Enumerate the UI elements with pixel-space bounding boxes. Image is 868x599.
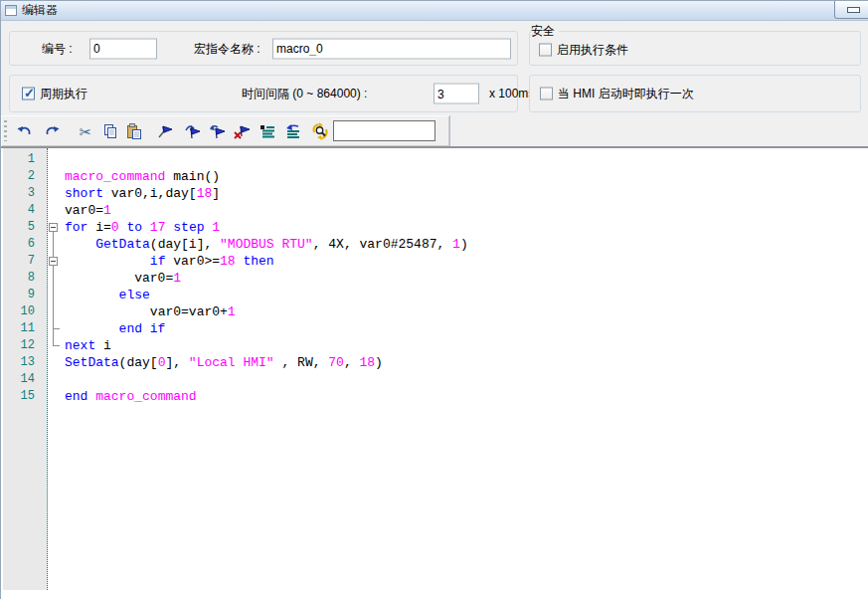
code-row: 3short var0,i,day[18]	[3, 185, 868, 202]
fold-margin[interactable]	[42, 219, 65, 236]
titlebar: 编辑器	[1, 1, 868, 21]
fold-margin	[42, 168, 65, 185]
code-row: 5for i=0 to 17 step 1	[3, 219, 868, 236]
window-restore-button[interactable]	[834, 1, 868, 19]
toolbar: ✂	[1, 115, 868, 147]
code-row: 11 end if	[3, 320, 868, 337]
code-editor[interactable]: 12macro_command main()3short var0,i,day[…	[1, 147, 868, 599]
window-icon	[5, 5, 17, 16]
cut-button[interactable]: ✂	[77, 122, 94, 140]
code-line: var0=1	[65, 202, 111, 219]
macro-name-label: 宏指令名称 :	[194, 40, 260, 57]
toggle-bookmark-icon	[157, 123, 174, 140]
code-row: 1	[3, 151, 868, 168]
line-number: 14	[3, 371, 42, 388]
macro-id-group: 编号 : 宏指令名称 :	[9, 31, 518, 66]
redo-button[interactable]	[43, 122, 61, 140]
line-number: 4	[3, 202, 42, 219]
enable-condition-label: 启用执行条件	[557, 41, 628, 58]
cut-icon: ✂	[80, 124, 92, 139]
return-to-line-button[interactable]	[283, 122, 301, 140]
code-line: var0=var0+1	[65, 303, 236, 320]
code-row: 10 var0=var0+1	[3, 303, 868, 320]
periodic-checkbox[interactable]	[22, 88, 35, 100]
macro-name-input[interactable]	[272, 38, 511, 59]
code-line: end if	[65, 320, 165, 337]
code-line: macro_command main()	[65, 168, 220, 185]
line-number: 10	[3, 303, 42, 320]
fold-margin	[42, 202, 65, 219]
periodic-label: 周期执行	[40, 86, 87, 102]
restore-icon	[847, 7, 860, 13]
interval-unit-label: x 100ms	[489, 87, 534, 100]
line-number: 15	[3, 388, 42, 405]
code-row: 15end macro_command	[3, 388, 868, 405]
periodic-group: 周期执行 时间间隔 (0 ~ 864000) : x 100ms	[9, 75, 518, 112]
code-line: for i=0 to 17 step 1	[65, 219, 220, 236]
goto-line-icon	[260, 123, 276, 140]
fold-margin	[42, 236, 65, 253]
code-line: next i	[65, 337, 111, 354]
line-number: 5	[3, 219, 42, 236]
code-line: end macro_command	[65, 388, 197, 405]
toolbar-grip[interactable]	[4, 120, 7, 141]
paste-button[interactable]	[125, 122, 143, 140]
code-row: 9 else	[3, 287, 868, 303]
fold-margin	[42, 151, 65, 168]
code-line: GetData(day[i], "MODBUS RTU", 4X, var0#2…	[65, 236, 468, 253]
line-number: 8	[3, 270, 42, 287]
line-number: 11	[3, 320, 42, 337]
clear-bookmarks-icon	[234, 123, 251, 140]
prev-bookmark-button[interactable]	[208, 122, 226, 140]
security-group-title: 安全	[531, 23, 559, 40]
run-on-start-label: 当 HMI 启动时即执行一次	[558, 86, 694, 102]
find-icon	[311, 122, 329, 140]
fold-margin	[42, 354, 65, 371]
find-input[interactable]	[333, 120, 435, 141]
line-number: 13	[3, 354, 42, 371]
toggle-bookmark-button[interactable]	[156, 122, 174, 140]
code-area: 12macro_command main()3short var0,i,day[…	[3, 151, 868, 405]
code-line: SetData(day[0], "Local HMI" , RW, 70, 18…	[65, 354, 383, 371]
line-number: 1	[3, 151, 42, 168]
macro-id-input[interactable]	[89, 38, 157, 59]
clear-bookmarks-button[interactable]	[233, 122, 251, 140]
copy-button[interactable]	[101, 122, 119, 140]
run-on-start-checkbox[interactable]	[540, 88, 553, 100]
find-button[interactable]	[311, 122, 329, 140]
toolbar-raised-panel: ✂	[1, 115, 450, 146]
line-number: 6	[3, 236, 42, 253]
line-number: 2	[3, 168, 42, 185]
copy-icon	[102, 123, 118, 139]
line-number: 3	[3, 185, 42, 202]
macro-id-label: 编号 :	[42, 40, 73, 57]
code-row: 8 var0=1	[3, 270, 868, 287]
enable-condition-checkbox[interactable]	[539, 43, 552, 56]
next-bookmark-button[interactable]	[183, 122, 201, 140]
fold-margin	[42, 287, 65, 303]
code-line: else	[65, 287, 150, 303]
paste-icon	[126, 123, 142, 139]
line-number: 9	[3, 287, 42, 303]
goto-line-button[interactable]	[259, 122, 276, 140]
code-row: 2macro_command main()	[3, 168, 868, 185]
interval-input[interactable]	[434, 84, 479, 104]
fold-margin	[42, 320, 65, 337]
fold-margin	[42, 303, 65, 320]
line-number: 12	[3, 337, 42, 354]
code-row: 6 GetData(day[i], "MODBUS RTU", 4X, var0…	[3, 236, 868, 253]
code-line: short var0,i,day[18]	[65, 185, 220, 202]
security-group: 安全 启用执行条件	[529, 23, 861, 66]
window-title: 编辑器	[22, 2, 58, 19]
undo-button[interactable]	[15, 122, 33, 140]
macro-editor-window: 编辑器 编号 : 宏指令名称 : 安全 启用执行条件 周期执行 时间间隔 (0 …	[0, 0, 868, 599]
next-bookmark-icon	[184, 123, 201, 140]
code-row: 4var0=1	[3, 202, 868, 219]
fold-margin	[42, 371, 65, 388]
fold-margin[interactable]	[42, 253, 65, 270]
fold-margin	[42, 185, 65, 202]
code-row: 13SetData(day[0], "Local HMI" , RW, 70, …	[3, 354, 868, 371]
run-on-start-group: 当 HMI 启动时即执行一次	[529, 75, 861, 112]
code-row: 12next i	[3, 337, 868, 354]
fold-margin	[42, 337, 65, 354]
